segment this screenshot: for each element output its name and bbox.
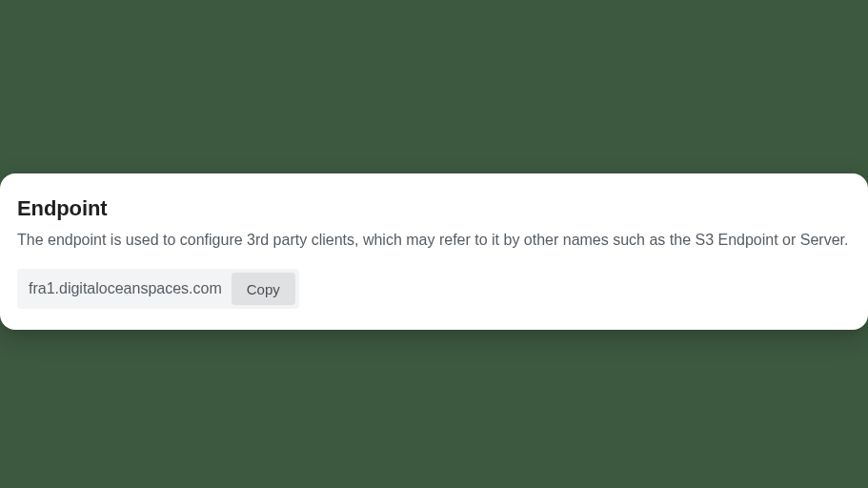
endpoint-value-row: fra1.digitaloceanspaces.com Copy (17, 269, 299, 309)
endpoint-value: fra1.digitaloceanspaces.com (21, 273, 232, 305)
endpoint-description: The endpoint is used to configure 3rd pa… (17, 229, 851, 252)
endpoint-title: Endpoint (17, 196, 851, 221)
copy-button[interactable]: Copy (232, 273, 295, 305)
endpoint-card: Endpoint The endpoint is used to configu… (0, 173, 868, 330)
